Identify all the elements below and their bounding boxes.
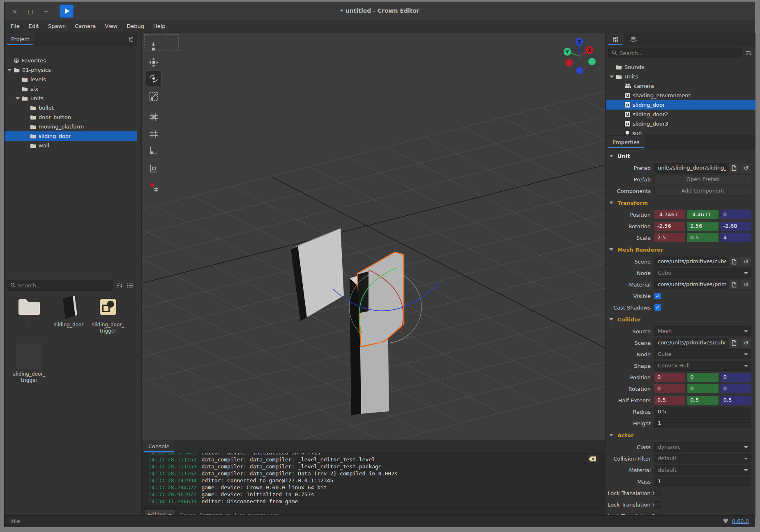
asset-folder-up[interactable]: ..: [9, 294, 49, 343]
snap-point-tool-button[interactable]: [147, 181, 160, 193]
place-tool-button[interactable]: [147, 40, 160, 53]
viewport-3d[interactable]: Z Y X: [141, 33, 606, 440]
visible-checkbox[interactable]: ✓: [654, 293, 661, 299]
material-dropdown[interactable]: default: [654, 465, 751, 475]
menu-camera[interactable]: Camera: [70, 20, 100, 32]
rotation-y-field[interactable]: 0: [687, 384, 718, 393]
half-extents-y-field[interactable]: 0.5: [687, 396, 718, 405]
outliner-item-sounds[interactable]: Sounds: [606, 62, 755, 72]
shape-dropdown[interactable]: Convex Hull: [654, 361, 751, 371]
position-y-field[interactable]: -4.4631: [687, 210, 718, 219]
lock-translation-y-checkbox[interactable]: [654, 501, 661, 508]
wall-door-mesh[interactable]: [291, 228, 344, 321]
log-resource-link[interactable]: _level_editor_test.package: [298, 463, 382, 470]
axis-neg-z-ball[interactable]: [576, 67, 583, 74]
outliner-item-camera[interactable]: camera: [606, 81, 755, 91]
section-header-collider[interactable]: Collider: [606, 313, 755, 326]
project-item-units[interactable]: units: [5, 94, 137, 103]
axis-neg-y-ball[interactable]: [588, 58, 596, 65]
add-component-button[interactable]: Add Component: [654, 186, 751, 196]
tab-layers[interactable]: [624, 33, 642, 46]
section-header-transform[interactable]: Transform: [606, 197, 755, 209]
browse-resource-button[interactable]: [728, 279, 739, 290]
source-dropdown[interactable]: Mesh: [654, 326, 751, 336]
rotation-x-field[interactable]: -2.56: [654, 222, 685, 231]
scale-z-field[interactable]: 4: [721, 233, 751, 242]
project-item-wall[interactable]: wall: [5, 141, 137, 150]
expander-icon[interactable]: [5, 69, 14, 71]
section-header-actor[interactable]: Actor: [606, 429, 755, 441]
project-search-input[interactable]: [17, 282, 113, 289]
height-field[interactable]: 1: [654, 418, 751, 428]
position-z-field[interactable]: 0: [721, 210, 751, 219]
outliner-item-sliding-door[interactable]: usliding_door: [606, 100, 755, 110]
project-item-sliding-door[interactable]: sliding_door: [5, 131, 137, 141]
resource-path-field[interactable]: core/units/primitives/cube: [654, 338, 727, 348]
mass-field[interactable]: 1: [654, 477, 751, 486]
expander-icon[interactable]: [14, 97, 22, 100]
position-y-field[interactable]: 0: [687, 373, 718, 382]
clear-console-button[interactable]: [587, 454, 598, 464]
class-dropdown[interactable]: dynamic: [654, 442, 751, 452]
snap-to-grid-tool-button[interactable]: [147, 111, 160, 123]
resource-path-field[interactable]: core/units/primitives/primitive: [654, 280, 727, 289]
log-resource-link[interactable]: _level_editor_test.level: [298, 456, 375, 463]
scale-x-field[interactable]: 2.5: [654, 233, 685, 242]
asset-unit-icon[interactable]: sliding_door_ trigger: [88, 294, 128, 343]
collision-filter-dropdown[interactable]: default: [654, 454, 751, 463]
menu-view[interactable]: View: [100, 20, 122, 32]
menu-debug[interactable]: Debug: [122, 20, 149, 32]
cast-shadows-checkbox[interactable]: ✓: [654, 304, 661, 311]
position-x-field[interactable]: -4.7467: [654, 210, 685, 219]
project-item-door-button[interactable]: door_button: [5, 112, 137, 122]
tab-project[interactable]: Project: [5, 33, 35, 46]
node-dropdown[interactable]: Cube: [654, 268, 751, 278]
reference-system-tool-button[interactable]: [147, 144, 160, 156]
revert-resource-button[interactable]: ↺: [741, 256, 751, 267]
scale-tool-button[interactable]: [147, 90, 160, 103]
heart-icon[interactable]: ♥: [723, 517, 728, 525]
outliner-search-input[interactable]: [619, 50, 742, 57]
outliner-item-sliding-door3[interactable]: usliding_door3: [606, 119, 755, 128]
browse-resource-button[interactable]: [728, 337, 739, 348]
node-dropdown[interactable]: Cube: [654, 349, 751, 359]
project-item-favorites[interactable]: Favorites: [5, 56, 137, 65]
axis-neg-x-ball[interactable]: [565, 59, 573, 66]
half-extents-x-field[interactable]: 0.5: [654, 396, 685, 405]
version-link[interactable]: 0.60.0: [732, 518, 749, 524]
section-header-mesh-renderer[interactable]: Mesh Renderer: [606, 243, 755, 256]
move-tool-button[interactable]: [147, 56, 160, 69]
tree-collapse-icon[interactable]: [126, 35, 135, 44]
tab-console[interactable]: Console: [143, 440, 175, 453]
section-header-unit[interactable]: Unit: [606, 150, 755, 162]
open-prefab-button[interactable]: Open Prefab: [654, 174, 751, 184]
rotation-y-field[interactable]: 2.56: [687, 222, 718, 231]
outliner-item-sliding-door2[interactable]: usliding_door2: [606, 110, 755, 119]
position-z-field[interactable]: 0: [721, 373, 751, 382]
rotation-x-field[interactable]: 0: [654, 384, 685, 393]
local-reference-tool-button[interactable]: [147, 162, 160, 174]
rotation-z-field[interactable]: -2.68: [721, 222, 751, 231]
menu-edit[interactable]: Edit: [24, 20, 44, 32]
browse-resource-button[interactable]: [728, 163, 739, 173]
selected-sliding-door-mesh[interactable]: [357, 252, 404, 347]
tab-properties[interactable]: Properties: [607, 136, 645, 149]
revert-resource-button[interactable]: ↺: [741, 163, 751, 173]
outliner-item-units[interactable]: Units: [606, 72, 755, 81]
expander-icon[interactable]: [608, 76, 616, 78]
lock-translation-x-checkbox[interactable]: [654, 490, 661, 496]
resource-path-field[interactable]: core/units/primitives/cube: [654, 257, 727, 266]
asset-door-preview[interactable]: sliding_door: [49, 294, 88, 343]
position-x-field[interactable]: 0: [654, 373, 685, 382]
list-view-icon[interactable]: [125, 281, 134, 290]
menu-spawn[interactable]: Spawn: [44, 20, 70, 32]
revert-resource-button[interactable]: ↺: [741, 337, 751, 348]
project-item-sfx[interactable]: sfx: [5, 84, 137, 94]
console-log[interactable]: 14:28:58.575413editor: device: Initializ…: [142, 453, 605, 505]
project-item-moving-platform[interactable]: moving_platform: [5, 122, 137, 131]
radius-field[interactable]: 0.5: [654, 407, 751, 417]
axis-orientation-gizmo[interactable]: Z Y X: [564, 38, 601, 78]
sort-icon[interactable]: [744, 48, 753, 57]
grid-tool-button[interactable]: [147, 128, 160, 140]
project-item-01-physics[interactable]: 01-physics: [5, 65, 137, 75]
